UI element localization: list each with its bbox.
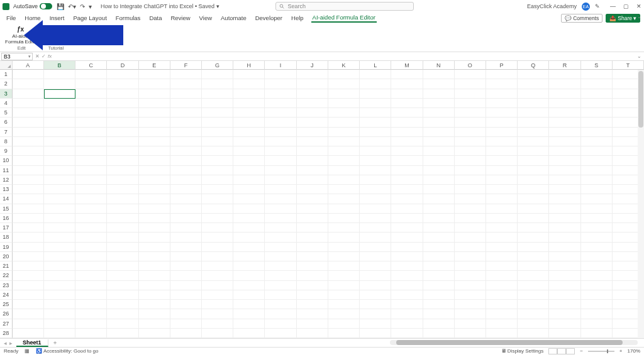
cell-H8[interactable] [233, 137, 265, 146]
cell-P20[interactable] [486, 252, 518, 261]
tab-page-layout[interactable]: Page Layout [72, 14, 108, 22]
name-box-dropdown-icon[interactable]: ▾ [28, 54, 32, 59]
cell-B28[interactable] [44, 329, 75, 338]
cell-N5[interactable] [423, 108, 455, 118]
cell-K8[interactable] [328, 137, 360, 146]
cell-O17[interactable] [455, 223, 486, 233]
cell-O25[interactable] [455, 300, 486, 309]
cell-K21[interactable] [328, 261, 360, 271]
cell-E16[interactable] [139, 214, 170, 223]
col-header-O[interactable]: O [455, 61, 486, 70]
cell-R27[interactable] [549, 319, 580, 329]
cell-O27[interactable] [455, 319, 486, 329]
col-header-F[interactable]: F [170, 61, 202, 70]
cell-E8[interactable] [139, 137, 170, 146]
cell-N18[interactable] [423, 233, 455, 242]
cell-J8[interactable] [297, 137, 328, 146]
cell-E10[interactable] [139, 156, 170, 165]
cell-R4[interactable] [549, 99, 580, 108]
cell-B9[interactable] [44, 146, 75, 156]
cell-A27[interactable] [13, 319, 44, 329]
cell-I24[interactable] [265, 290, 296, 300]
cell-N26[interactable] [423, 309, 455, 319]
col-header-A[interactable]: A [13, 61, 44, 70]
cell-M6[interactable] [391, 118, 423, 127]
cell-Q22[interactable] [518, 271, 549, 280]
cell-L26[interactable] [360, 309, 391, 319]
cell-F3[interactable] [170, 89, 202, 99]
cell-O8[interactable] [455, 137, 486, 146]
cell-S24[interactable] [581, 290, 613, 300]
document-title[interactable]: How to Integrate ChatGPT into Excel • Sa… [101, 3, 219, 9]
cell-K9[interactable] [328, 146, 360, 156]
cell-R9[interactable] [549, 146, 580, 156]
cell-L11[interactable] [360, 166, 391, 175]
cell-P6[interactable] [486, 118, 518, 127]
cell-E22[interactable] [139, 271, 170, 280]
vertical-scrollbar[interactable] [638, 70, 644, 338]
cell-B1[interactable] [44, 70, 75, 79]
cell-D13[interactable] [107, 185, 138, 194]
cell-I13[interactable] [265, 185, 296, 194]
cell-G23[interactable] [202, 281, 233, 290]
cell-R12[interactable] [549, 175, 580, 185]
cell-J22[interactable] [297, 271, 328, 280]
cell-H16[interactable] [233, 214, 265, 223]
cell-G17[interactable] [202, 223, 233, 233]
tab-view[interactable]: View [198, 14, 213, 22]
cell-S7[interactable] [581, 128, 613, 137]
cell-H20[interactable] [233, 252, 265, 261]
cell-N23[interactable] [423, 281, 455, 290]
cell-O14[interactable] [455, 194, 486, 204]
zoom-slider[interactable] [588, 351, 614, 352]
cell-E21[interactable] [139, 261, 170, 271]
row-header-20[interactable]: 20 [0, 252, 13, 261]
cell-D21[interactable] [107, 261, 138, 271]
cell-H24[interactable] [233, 290, 265, 300]
cell-C28[interactable] [75, 329, 107, 338]
tab-file[interactable]: File [5, 14, 17, 22]
cell-B13[interactable] [44, 185, 75, 194]
row-header-3[interactable]: 3 [0, 89, 13, 99]
cell-A23[interactable] [13, 281, 44, 290]
cell-Q27[interactable] [518, 319, 549, 329]
cell-C21[interactable] [75, 261, 107, 271]
cell-D2[interactable] [107, 79, 138, 89]
cell-R8[interactable] [549, 137, 580, 146]
cell-R11[interactable] [549, 166, 580, 175]
cell-F28[interactable] [170, 329, 202, 338]
view-page-layout[interactable] [557, 348, 566, 354]
cell-Q3[interactable] [518, 89, 549, 99]
cell-L13[interactable] [360, 185, 391, 194]
cell-L28[interactable] [360, 329, 391, 338]
cell-I2[interactable] [265, 79, 296, 89]
cell-O20[interactable] [455, 252, 486, 261]
cell-O19[interactable] [455, 243, 486, 252]
cell-D5[interactable] [107, 108, 138, 118]
cell-G8[interactable] [202, 137, 233, 146]
cell-S14[interactable] [581, 194, 613, 204]
cell-B15[interactable] [44, 204, 75, 214]
cell-G19[interactable] [202, 243, 233, 252]
cell-C2[interactable] [75, 79, 107, 89]
cell-O12[interactable] [455, 175, 486, 185]
cell-C20[interactable] [75, 252, 107, 261]
cell-Q20[interactable] [518, 252, 549, 261]
col-header-C[interactable]: C [75, 61, 107, 70]
cell-J24[interactable] [297, 290, 328, 300]
zoom-level[interactable]: 170% [628, 348, 640, 354]
cell-I16[interactable] [265, 214, 296, 223]
col-header-N[interactable]: N [423, 61, 455, 70]
cell-A16[interactable] [13, 214, 44, 223]
cell-E24[interactable] [139, 290, 170, 300]
cell-C16[interactable] [75, 214, 107, 223]
cell-F22[interactable] [170, 271, 202, 280]
cell-J1[interactable] [297, 70, 328, 79]
cell-J4[interactable] [297, 99, 328, 108]
cell-M19[interactable] [391, 243, 423, 252]
cell-B8[interactable] [44, 137, 75, 146]
row-header-19[interactable]: 19 [0, 243, 13, 252]
cell-C12[interactable] [75, 175, 107, 185]
cell-C8[interactable] [75, 137, 107, 146]
row-header-6[interactable]: 6 [0, 118, 13, 127]
